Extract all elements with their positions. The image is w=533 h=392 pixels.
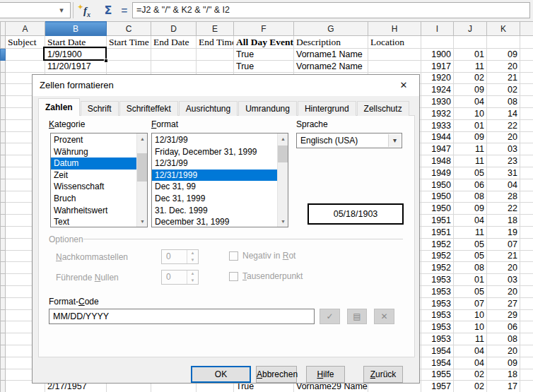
- cell[interactable]: 21: [487, 250, 520, 262]
- header-cell-A[interactable]: Subject: [6, 36, 45, 49]
- cell[interactable]: 01: [454, 274, 487, 286]
- category-item[interactable]: Datum: [51, 158, 136, 170]
- cell[interactable]: [520, 119, 533, 131]
- cell[interactable]: [520, 297, 533, 309]
- cell[interactable]: 1954: [421, 357, 454, 369]
- cell[interactable]: 20: [487, 345, 520, 357]
- cell[interactable]: 20: [487, 285, 520, 297]
- cell[interactable]: [520, 345, 533, 357]
- cell[interactable]: 05: [454, 250, 487, 262]
- cell[interactable]: 1924: [421, 84, 454, 96]
- format-item[interactable]: 12/31/99: [152, 158, 277, 170]
- cell[interactable]: 05: [454, 285, 487, 297]
- row-header[interactable]: [1, 321, 6, 333]
- cell[interactable]: [520, 369, 533, 381]
- cell[interactable]: 21: [487, 72, 520, 84]
- cell[interactable]: [520, 250, 533, 262]
- cell[interactable]: [520, 191, 533, 203]
- cell[interactable]: [151, 49, 197, 61]
- cell[interactable]: [107, 60, 151, 72]
- header-cell-D[interactable]: End Date: [151, 36, 197, 49]
- cell[interactable]: 1955: [421, 369, 454, 381]
- cell[interactable]: 11: [454, 333, 487, 345]
- cell[interactable]: [520, 131, 533, 143]
- cell[interactable]: 11/20/1917: [45, 60, 107, 72]
- cell[interactable]: 05: [454, 238, 487, 250]
- name-box[interactable]: ▾: [0, 2, 71, 18]
- format-item[interactable]: Dec 31, 1999: [152, 193, 277, 205]
- cell[interactable]: 1950: [421, 203, 454, 215]
- cell[interactable]: 1944: [421, 131, 454, 143]
- cell[interactable]: [520, 167, 533, 179]
- cell[interactable]: 04: [454, 96, 487, 108]
- header-cell-E[interactable]: End Time: [197, 36, 234, 49]
- cell[interactable]: 1953: [421, 285, 454, 297]
- cell[interactable]: 1954: [421, 345, 454, 357]
- cell[interactable]: 10: [454, 309, 487, 321]
- cell[interactable]: True: [234, 60, 294, 72]
- row-header[interactable]: [1, 285, 6, 297]
- category-item[interactable]: Währung: [51, 146, 136, 158]
- cell[interactable]: 04: [454, 215, 487, 227]
- category-item[interactable]: Prozent: [51, 134, 136, 146]
- cell[interactable]: [520, 262, 533, 274]
- column-header-I[interactable]: I: [421, 22, 454, 36]
- row-header[interactable]: [1, 179, 6, 191]
- cell[interactable]: 1917: [421, 60, 454, 72]
- header-cell-G[interactable]: Description: [294, 36, 368, 49]
- format-item[interactable]: 31. Dec. 1999: [152, 205, 277, 217]
- cell[interactable]: 1950: [421, 179, 454, 191]
- cell[interactable]: 1948: [421, 155, 454, 167]
- cell[interactable]: 04: [487, 179, 520, 191]
- cell[interactable]: 29: [487, 309, 520, 321]
- cell[interactable]: [520, 96, 533, 108]
- cell[interactable]: 07: [487, 238, 520, 250]
- cell[interactable]: 03: [487, 143, 520, 155]
- cell[interactable]: 1953: [421, 297, 454, 309]
- format-item[interactable]: Friday, December 31, 1999: [152, 146, 277, 158]
- cell[interactable]: 11: [454, 155, 487, 167]
- column-header-C[interactable]: C: [107, 22, 151, 36]
- category-item[interactable]: Text: [51, 216, 136, 227]
- function-wizard-icon[interactable]: ✦fx: [76, 2, 98, 19]
- row-header[interactable]: [1, 250, 6, 262]
- cell[interactable]: 1953: [421, 333, 454, 345]
- dialog-titlebar[interactable]: Zellen formatieren ✕: [33, 75, 419, 96]
- cell[interactable]: 09: [454, 203, 487, 215]
- ok-button[interactable]: OK: [191, 366, 251, 383]
- cell[interactable]: [368, 60, 421, 72]
- cell[interactable]: 20: [487, 262, 520, 274]
- row-header[interactable]: [1, 215, 6, 227]
- format-code-input[interactable]: MM/DD/YYYY: [49, 309, 315, 324]
- tab-umrandung[interactable]: Umrandung: [238, 101, 297, 116]
- cell[interactable]: 20: [487, 131, 520, 143]
- cell[interactable]: 11: [454, 60, 487, 72]
- row-header[interactable]: [1, 345, 6, 357]
- format-listbox[interactable]: 12/31/99Friday, December 31, 199912/31/9…: [151, 133, 288, 227]
- select-all-corner[interactable]: [1, 22, 6, 36]
- cell[interactable]: 07: [454, 297, 487, 309]
- chevron-down-icon[interactable]: ▾: [388, 134, 401, 147]
- cell[interactable]: 1953: [421, 274, 454, 286]
- sum-icon[interactable]: Σ: [99, 2, 117, 19]
- header-cell-K[interactable]: [487, 36, 520, 49]
- cell[interactable]: [520, 226, 533, 238]
- cell[interactable]: 11: [454, 143, 487, 155]
- column-header-E[interactable]: E: [197, 22, 234, 36]
- cell[interactable]: [520, 215, 533, 227]
- header-cell-F[interactable]: All Day Event: [234, 36, 294, 49]
- row-header[interactable]: [1, 297, 6, 309]
- cell[interactable]: 22: [487, 119, 520, 131]
- cell[interactable]: 1900: [421, 49, 454, 61]
- tab-zahlen[interactable]: Zahlen: [38, 98, 80, 116]
- row-header[interactable]: [1, 226, 6, 238]
- cell[interactable]: 1952: [421, 250, 454, 262]
- cell[interactable]: 28: [487, 191, 520, 203]
- cell[interactable]: 05: [454, 167, 487, 179]
- row-header[interactable]: [1, 203, 6, 215]
- category-listbox[interactable]: ProzentWährungDatumZeitWissenschaftBruch…: [50, 133, 148, 227]
- cell[interactable]: 18: [487, 215, 520, 227]
- cell[interactable]: 31: [487, 167, 520, 179]
- format-item[interactable]: December 31, 1999: [152, 216, 277, 227]
- cell[interactable]: 27: [487, 297, 520, 309]
